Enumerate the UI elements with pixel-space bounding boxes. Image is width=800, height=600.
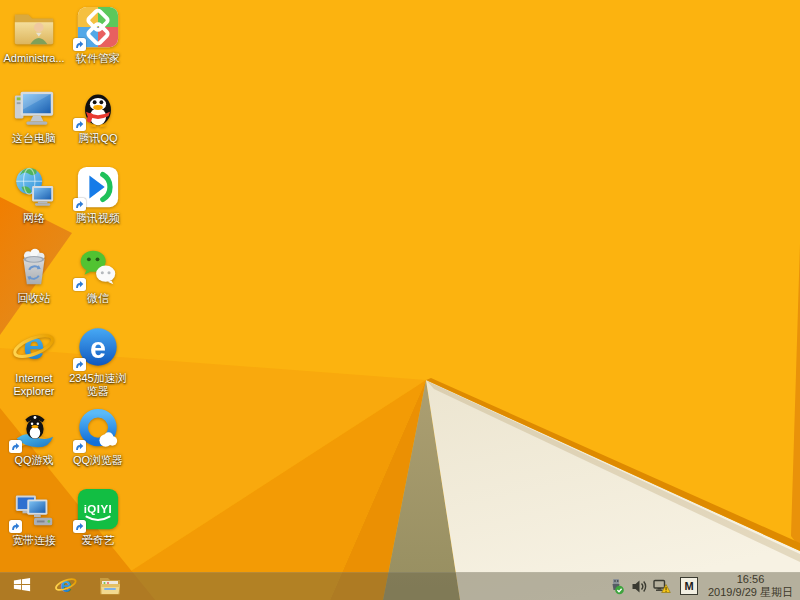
desktop-icon-tencent-video[interactable]: 腾讯视频 <box>67 164 129 225</box>
desktop-icon-label: Internet Explorer <box>3 372 65 398</box>
software-manager-icon <box>75 4 121 50</box>
qq-games-icon <box>11 406 57 452</box>
clock-time: 16:56 <box>708 573 793 586</box>
shortcut-arrow-icon <box>73 198 86 211</box>
ie-icon: e <box>11 324 57 370</box>
input-method-indicator[interactable]: M <box>680 577 698 595</box>
desktop-icon-label: 微信 <box>67 292 129 305</box>
svg-text:iQIYI: iQIYI <box>84 503 113 515</box>
desktop-icon-label: 爱奇艺 <box>67 534 129 547</box>
desktop-icon-network[interactable]: 网络 <box>3 164 65 225</box>
taskbar: e <box>0 572 800 600</box>
user-folder-icon <box>11 4 57 50</box>
desktop-icon-label: 回收站 <box>3 292 65 305</box>
desktop-icon-broadband-connection[interactable]: 宽带连接 <box>3 486 65 547</box>
broadband-icon <box>11 486 57 532</box>
file-explorer-icon <box>98 574 122 599</box>
ie-icon: e <box>54 573 78 600</box>
desktop-icon-wechat[interactable]: 微信 <box>67 244 129 305</box>
start-button[interactable] <box>0 572 44 600</box>
qq-penguin-icon <box>75 84 121 130</box>
usb-safely-remove-icon[interactable] <box>606 576 626 596</box>
computer-icon <box>11 84 57 130</box>
desktop-icon-label: 腾讯QQ <box>67 132 129 145</box>
tencent-video-icon <box>75 164 121 210</box>
desktop-icon-label: QQ游戏 <box>3 454 65 467</box>
shortcut-arrow-icon <box>73 440 86 453</box>
svg-text:e: e <box>60 573 71 595</box>
desktop-icon-label: 这台电脑 <box>3 132 65 145</box>
wechat-icon <box>75 244 121 290</box>
desktop-icon-qq-games[interactable]: QQ游戏 <box>3 406 65 467</box>
desktop-icon-label: 宽带连接 <box>3 534 65 547</box>
iqiyi-icon: iQIYI <box>75 486 121 532</box>
desktop[interactable]: Administra... 这台电脑 <box>0 0 800 600</box>
clock-date: 2019/9/29 星期日 <box>708 586 793 599</box>
desktop-icon-internet-explorer[interactable]: e Internet Explorer <box>3 324 65 398</box>
taskbar-ie-button[interactable]: e <box>44 572 88 600</box>
qq-browser-icon <box>75 406 121 452</box>
desktop-icon-label: 网络 <box>3 212 65 225</box>
2345-browser-icon: e <box>75 324 121 370</box>
network-warning-icon[interactable] <box>652 576 672 596</box>
desktop-icon-recycle-bin[interactable]: 回收站 <box>3 244 65 305</box>
network-globe-icon <box>11 164 57 210</box>
shortcut-arrow-icon <box>9 440 22 453</box>
desktop-icon-administrator-folder[interactable]: Administra... <box>3 4 65 65</box>
taskbar-clock[interactable]: 16:56 2019/9/29 星期日 <box>708 573 793 599</box>
shortcut-arrow-icon <box>73 358 86 371</box>
taskbar-explorer-button[interactable] <box>88 572 132 600</box>
desktop-icon-label: 软件管家 <box>67 52 129 65</box>
svg-text:e: e <box>23 324 44 367</box>
shortcut-arrow-icon <box>73 118 86 131</box>
windows-logo-icon <box>13 577 31 595</box>
shortcut-arrow-icon <box>73 278 86 291</box>
desktop-icon-label: 2345加速浏览器 <box>67 372 129 398</box>
desktop-icon-software-manager[interactable]: 软件管家 <box>67 4 129 65</box>
desktop-icon-tencent-qq[interactable]: 腾讯QQ <box>67 84 129 145</box>
desktop-icon-label: QQ浏览器 <box>67 454 129 467</box>
shortcut-arrow-icon <box>9 520 22 533</box>
desktop-icon-qq-browser[interactable]: QQ浏览器 <box>67 406 129 467</box>
shortcut-arrow-icon <box>73 38 86 51</box>
desktop-icon-this-pc[interactable]: 这台电脑 <box>3 84 65 145</box>
svg-text:e: e <box>90 332 106 364</box>
desktop-icon-label: 腾讯视频 <box>67 212 129 225</box>
desktop-icon-iqiyi[interactable]: iQIYI 爱奇艺 <box>67 486 129 547</box>
recycle-bin-icon <box>11 244 57 290</box>
taskbar-tray: M 16:56 2019/9/29 星期日 <box>603 572 800 600</box>
desktop-icon-2345-browser[interactable]: e 2345加速浏览器 <box>67 324 129 398</box>
shortcut-arrow-icon <box>73 520 86 533</box>
taskbar-left: e <box>0 572 132 600</box>
desktop-icon-label: Administra... <box>3 52 65 65</box>
volume-icon[interactable] <box>629 576 649 596</box>
